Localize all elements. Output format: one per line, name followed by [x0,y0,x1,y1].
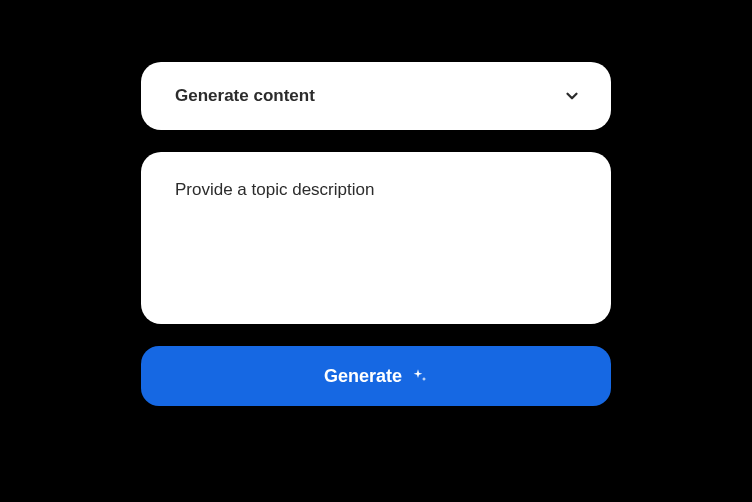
chevron-down-icon [563,87,581,105]
generate-button-label: Generate [324,366,402,387]
topic-description-container [141,152,611,324]
dropdown-label: Generate content [175,86,315,106]
generate-button[interactable]: Generate [141,346,611,406]
sparkle-icon [412,368,428,384]
topic-description-input[interactable] [175,180,577,296]
content-type-dropdown[interactable]: Generate content [141,62,611,130]
